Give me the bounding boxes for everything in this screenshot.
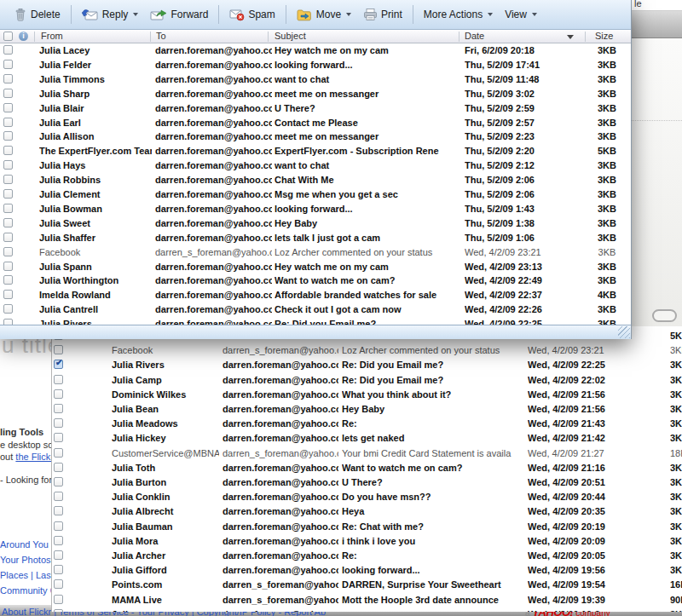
- row-checkbox[interactable]: [3, 45, 13, 55]
- resize-grip[interactable]: [618, 326, 630, 338]
- row-checkbox[interactable]: [3, 275, 13, 285]
- row-checkbox[interactable]: [54, 389, 63, 399]
- email-row[interactable]: Julia Worthington darren.foreman@yahoo.c…: [0, 273, 631, 288]
- row-checkbox[interactable]: [54, 506, 63, 515]
- email-row[interactable]: Julia Meadows darren.foreman@yahoo.co Re…: [52, 417, 682, 431]
- select-all-checkbox[interactable]: [3, 32, 13, 41]
- email-row[interactable]: Julia Timmons darren.foreman@yahoo.co wa…: [0, 72, 631, 87]
- row-checkbox[interactable]: [3, 218, 13, 227]
- email-row[interactable]: Julia Robbins darren.foreman@yahoo.co Ch…: [0, 173, 631, 187]
- spam-button[interactable]: Spam: [223, 4, 280, 25]
- row-checkbox[interactable]: [54, 609, 63, 612]
- email-row[interactable]: Julia Sweet darren.foreman@yahoo.co Hey …: [0, 216, 631, 231]
- email-row[interactable]: Dominick Wilkes darren.foreman@yahoo.co …: [52, 388, 682, 402]
- row-checkbox[interactable]: [54, 492, 63, 501]
- email-row[interactable]: Julia Rivers darren.foreman@yahoo.co Re:…: [52, 358, 682, 372]
- email-row[interactable]: Julia Sharp darren.foreman@yahoo.co meet…: [0, 87, 631, 101]
- row-checkbox[interactable]: [54, 404, 63, 413]
- row-checkbox[interactable]: [54, 418, 63, 428]
- scroll-pill-button[interactable]: [652, 309, 677, 322]
- email-row[interactable]: Facebook darren_s_foreman@yahoo.co Loz A…: [52, 343, 682, 358]
- row-checkbox[interactable]: [54, 550, 63, 560]
- row-checkbox[interactable]: [54, 565, 63, 574]
- email-row[interactable]: Julia Earl darren.foreman@yahoo.co Conta…: [0, 116, 631, 130]
- row-checkbox[interactable]: [54, 521, 63, 531]
- row-checkbox[interactable]: [3, 290, 13, 299]
- toolbar-button-label: Move: [316, 9, 341, 20]
- email-row[interactable]: Julia Gifford darren.foreman@yahoo.co lo…: [52, 563, 682, 578]
- row-checkbox[interactable]: [54, 463, 63, 472]
- email-row[interactable]: Julia Albrecht darren.foreman@yahoo.co H…: [52, 504, 682, 519]
- email-row[interactable]: Julia Hickey darren.foreman@yahoo.co let…: [52, 431, 682, 446]
- email-row[interactable]: Julia Allison darren.foreman@yahoo.co me…: [0, 130, 631, 144]
- row-checkbox[interactable]: [3, 74, 13, 83]
- row-checkbox[interactable]: [3, 89, 13, 98]
- row-checkbox[interactable]: [3, 233, 13, 242]
- email-row[interactable]: Julia Shaffer darren.foreman@yahoo.co le…: [0, 231, 631, 245]
- email-row[interactable]: Imelda Rowland darren.foreman@yahoo.co A…: [0, 288, 631, 302]
- row-checkbox[interactable]: [3, 204, 13, 213]
- email-row[interactable]: Julia Toth darren.foreman@yahoo.co Want …: [52, 461, 682, 475]
- column-header-from[interactable]: From: [41, 31, 63, 41]
- email-date: Thu, 5/2/09 1:43: [465, 202, 565, 216]
- row-checkbox[interactable]: [3, 247, 13, 256]
- reply-button[interactable]: Reply: [76, 4, 145, 25]
- row-checkbox[interactable]: [3, 160, 13, 170]
- email-row[interactable]: MAMA Live darren_s_foreman@yahoo Mott th…: [52, 593, 682, 607]
- email-row[interactable]: Julia Spann darren.foreman@yahoo.co Hey …: [0, 260, 631, 274]
- more-actions-button[interactable]: More Actions: [418, 5, 499, 24]
- row-checkbox[interactable]: [3, 103, 13, 112]
- row-checkbox[interactable]: [54, 595, 63, 604]
- email-row[interactable]: Julia Mora darren.foreman@yahoo.co i thi…: [52, 534, 682, 549]
- print-button[interactable]: Print: [357, 4, 408, 25]
- email-row[interactable]: Julia Archer darren.foreman@yahoo.co Re:…: [52, 549, 682, 563]
- email-row[interactable]: Julia Felder darren.foreman@yahoo.co loo…: [0, 58, 631, 72]
- row-checkbox[interactable]: [3, 131, 13, 141]
- email-row[interactable]: Julia Bauman darren.foreman@yahoo.co Re:…: [52, 520, 682, 534]
- forward-button[interactable]: Forward: [144, 4, 214, 25]
- row-checkbox[interactable]: [3, 262, 13, 271]
- info-column-icon[interactable]: i: [19, 32, 28, 41]
- column-header-date[interactable]: Date: [465, 31, 484, 41]
- row-checkbox[interactable]: [54, 375, 63, 384]
- row-checkbox[interactable]: [3, 319, 13, 325]
- email-row[interactable]: Julia Clement darren.foreman@yahoo.co Ms…: [0, 187, 631, 202]
- email-to: darren.foreman@yahoo.co: [155, 202, 272, 216]
- email-row[interactable]: Julia Conklin darren.foreman@yahoo.co Do…: [52, 490, 682, 504]
- row-checkbox[interactable]: [54, 360, 63, 369]
- dropdown-arrow-icon: [133, 13, 138, 16]
- email-row[interactable]: Julia darren.foreman@yahoo.co Wed, 4/2/0…: [52, 607, 682, 612]
- move-button[interactable]: Move: [291, 4, 357, 25]
- row-checkbox[interactable]: [3, 175, 13, 184]
- sort-descending-icon[interactable]: [567, 35, 574, 39]
- row-checkbox[interactable]: [3, 118, 13, 127]
- email-row[interactable]: Julia Lacey darren.foreman@yahoo.co Hey …: [0, 43, 631, 58]
- email-row[interactable]: Julia Blair darren.foreman@yahoo.co U Th…: [0, 101, 631, 116]
- row-checkbox[interactable]: [54, 477, 63, 486]
- email-row[interactable]: Julia Bean darren.foreman@yahoo.co Hey B…: [52, 402, 682, 417]
- row-checkbox[interactable]: [3, 60, 13, 69]
- email-row[interactable]: Julia Camp darren.foreman@yahoo.co Re: D…: [52, 373, 682, 388]
- email-row[interactable]: Points.com darren_s_foreman@yahoo DARREN…: [52, 578, 682, 592]
- email-row[interactable]: Facebook darren_s_foreman@yahoo.co Loz A…: [0, 245, 631, 260]
- email-row[interactable]: Julia Hays darren.foreman@yahoo.co want …: [0, 158, 631, 173]
- email-row[interactable]: The ExpertFlyer.com Team darren.foreman@…: [0, 144, 631, 158]
- email-row[interactable]: Julia Bowman darren.foreman@yahoo.co loo…: [0, 202, 631, 216]
- row-checkbox[interactable]: [54, 448, 63, 458]
- column-header-to[interactable]: To: [156, 31, 166, 41]
- row-checkbox[interactable]: [54, 345, 63, 354]
- email-row[interactable]: Julia Cantrell darren.foreman@yahoo.co C…: [0, 302, 631, 317]
- row-checkbox[interactable]: [54, 536, 63, 545]
- row-checkbox[interactable]: [54, 579, 63, 589]
- row-checkbox[interactable]: [3, 146, 13, 155]
- email-row[interactable]: Julia Rivers darren.foreman@yahoo.co Re:…: [0, 317, 631, 325]
- column-header-subject[interactable]: Subject: [275, 31, 306, 41]
- row-checkbox[interactable]: [3, 189, 13, 199]
- view-button[interactable]: View: [499, 5, 543, 24]
- row-checkbox[interactable]: [54, 433, 63, 442]
- column-header-size[interactable]: Size: [595, 31, 613, 41]
- row-checkbox[interactable]: [3, 304, 13, 314]
- email-row[interactable]: CustomerService@MBNA.co darren_s_foreman…: [52, 446, 682, 461]
- email-row[interactable]: Julia Burton darren.foreman@yahoo.co U T…: [52, 475, 682, 490]
- delete-button[interactable]: Delete: [8, 4, 66, 25]
